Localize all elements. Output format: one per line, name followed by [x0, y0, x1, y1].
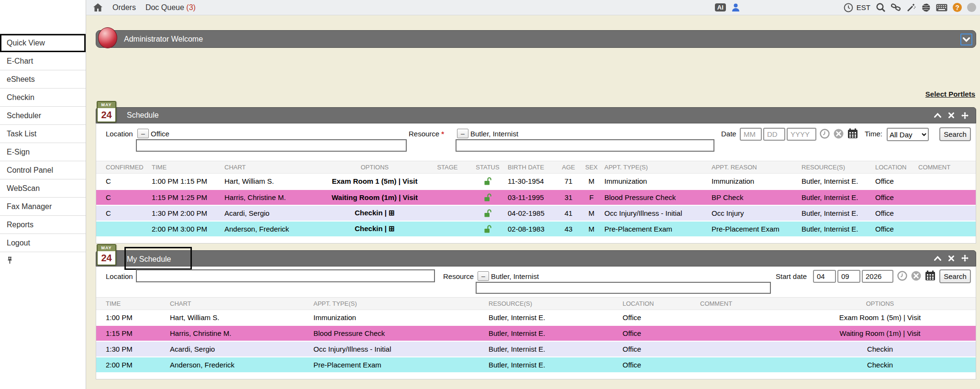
clock-icon[interactable]	[844, 3, 853, 12]
col-header-comment[interactable]: COMMENT	[698, 297, 784, 310]
time-clock-icon[interactable]	[897, 271, 907, 282]
appointment-row[interactable]: C1:30 PM 2:00 PMAcardi, SergioCheckin | …	[96, 205, 976, 221]
start-date-yyyy-input[interactable]	[862, 270, 893, 283]
sidebar-item-fax-manager[interactable]: Fax Manager	[0, 198, 86, 216]
col-header-options[interactable]: OPTIONS	[784, 297, 976, 310]
close-portlet-icon[interactable]	[948, 112, 954, 119]
clear-date-icon[interactable]	[834, 129, 844, 140]
col-header-stage[interactable]: STAGE	[425, 161, 469, 174]
appointment-row[interactable]: 1:15 PMHarris, Christine M.Blood Pressur…	[96, 325, 976, 341]
col-header-age[interactable]: AGE	[557, 161, 580, 174]
nav-doc-queue[interactable]: Doc Queue (3)	[145, 3, 196, 12]
start-date-mm-input[interactable]	[813, 270, 836, 283]
col-header-time[interactable]: TIME	[96, 297, 168, 310]
start-date-dd-input[interactable]	[837, 270, 860, 283]
col-header-location[interactable]: LOCATION	[621, 297, 698, 310]
time-clock-icon[interactable]	[820, 129, 830, 140]
sidebar-item-e-sign[interactable]: E-Sign	[0, 143, 86, 161]
appointment-row[interactable]: 2:00 PM 3:00 PMAnderson, FrederickChecki…	[96, 221, 976, 237]
help-icon[interactable]: ?	[953, 3, 962, 12]
appointment-row[interactable]: 1:00 PMHart, William S.ImmunizationButle…	[96, 310, 976, 325]
pin-button[interactable]	[0, 252, 86, 270]
cell-options[interactable]: Checkin | ⊞	[324, 205, 425, 221]
date-yyyy-input[interactable]	[787, 128, 816, 141]
cell-options[interactable]: Waiting Room (1m) | Visit	[784, 325, 976, 341]
col-header-sex[interactable]: SEX	[580, 161, 602, 174]
sidebar-item-control-panel[interactable]: Control Panel	[0, 161, 86, 179]
cell-options[interactable]: Checkin | ⊞	[324, 221, 425, 237]
col-header-confirmed[interactable]: CONFIRMED	[96, 161, 150, 174]
cell-options[interactable]: Checkin	[784, 357, 976, 373]
appointment-row[interactable]: C1:00 PM 1:15 PMHart, William S.Exam Roo…	[96, 174, 976, 189]
ai-badge[interactable]: AI	[715, 3, 726, 11]
sidebar-item-e-chart[interactable]: E-Chart	[0, 52, 86, 70]
unlock-icon[interactable]	[469, 189, 506, 205]
location-input[interactable]	[136, 269, 435, 282]
calendar-picker-icon[interactable]	[847, 128, 858, 140]
sidebar-item-logout[interactable]: Logout	[0, 234, 86, 252]
sidebar-item-esheets[interactable]: eSheets	[0, 70, 86, 89]
date-mm-input[interactable]	[740, 128, 762, 141]
col-header-chart[interactable]: CHART	[223, 161, 324, 174]
close-portlet-icon[interactable]	[948, 255, 954, 262]
col-header-resource-s-[interactable]: RESOURCE(S)	[800, 161, 873, 174]
location-collapse-button[interactable]: –	[137, 129, 149, 138]
unlock-icon[interactable]	[469, 221, 506, 237]
col-header-appt-type-s-[interactable]: APPT. TYPE(S)	[312, 297, 487, 310]
link-icon[interactable]	[891, 3, 901, 12]
time-select[interactable]: All Day	[887, 128, 929, 141]
col-header-status[interactable]: STATUS	[469, 161, 506, 174]
location-input[interactable]	[136, 139, 407, 152]
calendar-picker-icon[interactable]	[925, 270, 935, 282]
clear-date-icon[interactable]	[911, 271, 921, 282]
date-dd-input[interactable]	[763, 128, 785, 141]
col-header-location[interactable]: LOCATION	[873, 161, 916, 174]
schedule-search-button[interactable]: Search	[939, 127, 971, 141]
col-header-options[interactable]: OPTIONS	[324, 161, 425, 174]
col-header-time[interactable]: TIME	[150, 161, 223, 174]
cell-time: 1:15 PM	[96, 325, 168, 341]
nav-orders[interactable]: Orders	[112, 3, 136, 12]
cell-options[interactable]: Waiting Room (1m) | Visit	[324, 189, 425, 205]
my-schedule-search-button[interactable]: Search	[939, 269, 971, 283]
appointment-row[interactable]: C1:15 PM 1:25 PMHarris, Christine M.Wait…	[96, 189, 976, 205]
banner-collapse-button[interactable]	[960, 33, 972, 45]
cell-options[interactable]: Exam Room 1 (5m) | Visit	[324, 174, 425, 189]
col-header-chart[interactable]: CHART	[168, 297, 312, 310]
wand-icon[interactable]	[906, 3, 916, 12]
cell-appt-reason: Immunization	[710, 174, 800, 189]
col-header-appt-reason[interactable]: APPT. REASON	[710, 161, 800, 174]
keyboard-icon[interactable]	[936, 4, 947, 11]
col-header-comment[interactable]: COMMENT	[916, 161, 976, 174]
cell-options[interactable]: Exam Room 1 (5m) | Visit	[784, 310, 976, 325]
sidebar-item-scheduler[interactable]: Scheduler	[0, 107, 86, 125]
appointment-row[interactable]: 2:00 PMAnderson, FrederickPre-Placement …	[96, 357, 976, 373]
search-icon[interactable]	[876, 2, 886, 12]
collapse-portlet-icon[interactable]	[934, 255, 941, 262]
move-portlet-icon[interactable]	[961, 112, 969, 119]
col-header-birth-date[interactable]: BIRTH DATE	[506, 161, 557, 174]
col-header-appt-type-s-[interactable]: APPT. TYPE(S)	[602, 161, 710, 174]
globe-icon[interactable]	[921, 3, 931, 12]
sidebar-item-reports[interactable]: Reports	[0, 216, 86, 234]
select-portlets-link[interactable]: Select Portlets	[925, 90, 975, 98]
sidebar-item-checkin[interactable]: Checkin	[0, 89, 86, 107]
resource-collapse-button[interactable]: –	[457, 129, 468, 138]
cell-location: Office	[621, 310, 698, 325]
unlock-icon[interactable]	[469, 205, 506, 221]
appointment-row[interactable]: 1:30 PMAcardi, SergioOcc Injury/Illness …	[96, 341, 976, 357]
cell-options[interactable]: Checkin	[784, 341, 976, 357]
resource-input[interactable]	[476, 282, 771, 294]
move-portlet-icon[interactable]	[961, 255, 969, 262]
sidebar-item-task-list[interactable]: Task List	[0, 125, 86, 143]
schedule-table: CONFIRMEDTIMECHARTOPTIONSSTAGESTATUSBIRT…	[96, 161, 976, 237]
resource-input[interactable]	[456, 139, 714, 152]
col-header-resource-s-[interactable]: RESOURCE(S)	[487, 297, 621, 310]
home-icon[interactable]	[93, 3, 103, 12]
user-icon[interactable]	[731, 3, 740, 12]
resource-collapse-button[interactable]: –	[478, 271, 489, 281]
unlock-icon[interactable]	[469, 174, 506, 189]
sidebar-item-webscan[interactable]: WebScan	[0, 179, 86, 198]
sidebar-item-quick-view[interactable]: Quick View	[0, 34, 86, 52]
collapse-portlet-icon[interactable]	[934, 112, 941, 119]
